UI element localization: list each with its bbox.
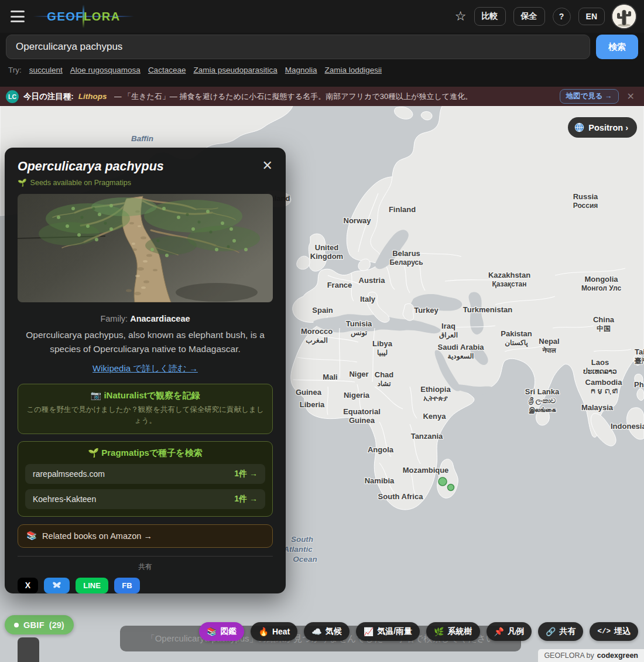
language-button[interactable]: EN	[578, 8, 605, 25]
bonsai-tree-illustration	[18, 194, 273, 302]
try-link[interactable]: Aloe rugosquamosa	[70, 66, 141, 74]
wikipedia-link[interactable]: Wikipedia で詳しく読む →	[93, 363, 198, 373]
map-label: Malaysia	[581, 403, 614, 412]
seed-search-title: 🌱 Pragmatipsで種子を検索	[25, 448, 265, 459]
tool-button-気候[interactable]: ☁️気候	[304, 622, 349, 641]
banner-text: — 「生きた石」— 捕食を避けるために小石に擬態する名手。南部アフリカで30種以…	[114, 91, 555, 102]
map-label: Angola	[368, 445, 394, 454]
occurrence-point[interactable]	[448, 484, 454, 491]
map-label: Mali	[323, 373, 337, 381]
avatar[interactable]	[612, 5, 636, 28]
vendor-name: rarepalmseeds.com	[33, 469, 105, 479]
gbif-count: (29)	[49, 620, 64, 630]
map-label: Finland	[389, 205, 416, 214]
search-button[interactable]: 検索	[596, 35, 638, 59]
map-label: Namibia	[365, 476, 395, 485]
help-button[interactable]: ?	[553, 8, 571, 26]
tool-label: 埋込	[614, 626, 631, 637]
map-toolbar: 📚図鑑🔥Heat☁️気候📈気温/雨量🌿系統樹📌凡例🔗共有</>埋込	[199, 622, 638, 641]
conservation-status-badge: LC	[6, 90, 19, 103]
basemap-style-button[interactable]: Positron ›	[568, 117, 637, 138]
tool-label: 図鑑	[220, 626, 237, 637]
species-description: Operculicarya pachypus, also known as el…	[18, 328, 273, 356]
tool-label: 共有	[559, 626, 576, 637]
wikipedia-link-row: Wikipedia で詳しく読む →	[18, 363, 273, 374]
map-label: Liberia	[300, 400, 325, 409]
logo: GEOFLORA	[33, 0, 134, 33]
map-label: Spain	[312, 306, 333, 315]
inaturalist-body: この種を野生で見かけましたか？観察を共有して保全研究に貢献しましょう。	[26, 404, 264, 426]
tool-icon: 🌿	[434, 627, 444, 636]
search-input[interactable]	[6, 35, 590, 59]
species-title: Operculicarya pachypus	[18, 159, 273, 174]
occurrence-point[interactable]	[439, 477, 447, 486]
map-label: Norway	[344, 216, 372, 225]
seed-vendor-list: rarepalmseeds.com1件 →Koehres-Kakteen1件 →	[25, 464, 265, 509]
tool-icon: ☁️	[311, 627, 321, 636]
books-icon: 📚	[26, 531, 37, 541]
vendor-name: Koehres-Kakteen	[33, 494, 96, 504]
inaturalist-title: 📷 iNaturalistで観察を記録	[26, 390, 264, 401]
seed-vendor-row[interactable]: Koehres-Kakteen1件 →	[25, 489, 265, 509]
share-x-button[interactable]: X	[18, 578, 38, 593]
share-line-button[interactable]: LINE	[76, 578, 108, 593]
menu-icon[interactable]	[11, 11, 25, 22]
logo-text: GEOFLORA	[47, 10, 120, 23]
map-label: Turkmenistan	[463, 305, 512, 314]
map-label: UnitedKingdom	[310, 243, 343, 261]
card-close-icon[interactable]: ✕	[262, 159, 273, 172]
species-detail-card: Operculicarya pachypus ✕ 🌱 Seeds availab…	[5, 148, 286, 593]
vendor-count: 1件 →	[234, 469, 258, 479]
share-label: 共有	[18, 562, 273, 572]
tool-icon: 🔥	[258, 627, 268, 636]
tool-button-系統樹[interactable]: 🌿系統樹	[426, 622, 479, 641]
tool-button-埋込[interactable]: </>埋込	[590, 622, 638, 641]
globe-icon	[574, 122, 584, 132]
try-label: Try:	[8, 66, 22, 74]
map-label: Philippines	[634, 380, 644, 389]
banner-close-icon[interactable]: ✕	[624, 91, 638, 102]
map-label: France	[327, 281, 352, 289]
banner-species-link[interactable]: Lithops	[78, 92, 107, 101]
try-link[interactable]: succulent	[29, 66, 63, 74]
divider	[18, 556, 273, 557]
tool-button-気温/雨量[interactable]: 📈気温/雨量	[356, 622, 420, 641]
amazon-books-link[interactable]: 📚 Related books on Amazon →	[18, 524, 273, 548]
try-link[interactable]: Magnolia	[285, 66, 317, 74]
try-link[interactable]: Cactaceae	[148, 66, 186, 74]
inaturalist-box[interactable]: 📷 iNaturalistで観察を記録 この種を野生で見かけましたか？観察を共有…	[18, 384, 273, 434]
cactus-avatar-icon	[612, 5, 636, 28]
tool-button-凡例[interactable]: 📌凡例	[487, 622, 532, 641]
compare-button[interactable]: 比較	[474, 7, 506, 26]
map-label: Italy	[360, 295, 376, 303]
tool-label: Heat	[272, 627, 290, 636]
species-photo	[18, 194, 273, 302]
map-label: Iraqالعراق	[439, 322, 458, 340]
tool-button-共有[interactable]: 🔗共有	[538, 622, 583, 641]
share-bluesky-button[interactable]	[44, 578, 70, 593]
family-line: Family: Anacardiaceae	[18, 314, 273, 323]
featured-species-banner: LC 今日の注目種: Lithops — 「生きた石」— 捕食を避けるために小石…	[0, 87, 644, 106]
header: GEOFLORA ☆ 比較 保全 ? EN	[0, 0, 644, 33]
map-label: Pakistanپاکستان	[501, 329, 532, 347]
view-on-map-button[interactable]: 地図で見る →	[560, 89, 619, 104]
seed-vendor-row[interactable]: rarepalmseeds.com1件 →	[25, 464, 265, 484]
search-suggestions: Try:succulentAloe rugosquamosaCactaceaeZ…	[8, 66, 382, 74]
gbif-dot-icon	[14, 623, 19, 627]
favorite-star-icon[interactable]: ☆	[455, 10, 467, 23]
map-label: Kenya	[423, 412, 446, 421]
gbif-layer-toggle[interactable]: GBIF (29)	[5, 615, 74, 634]
map-label: Indonesia	[611, 422, 644, 431]
conservation-button[interactable]: 保全	[513, 7, 545, 26]
try-link[interactable]: Zamia pseudoparasitica	[193, 66, 277, 74]
try-link[interactable]: Zamia loddigesii	[325, 66, 382, 74]
tool-icon: </>	[597, 628, 611, 636]
map-control-bar[interactable]	[18, 637, 39, 662]
vendor-count: 1件 →	[234, 494, 258, 504]
tool-button-図鑑[interactable]: 📚図鑑	[199, 622, 244, 641]
tool-icon: 📚	[207, 627, 217, 636]
share-facebook-button[interactable]: FB	[114, 578, 140, 593]
map-label: South Africa	[378, 492, 424, 501]
map-label: Tanzania	[411, 432, 443, 441]
tool-button-Heat[interactable]: 🔥Heat	[251, 622, 297, 641]
